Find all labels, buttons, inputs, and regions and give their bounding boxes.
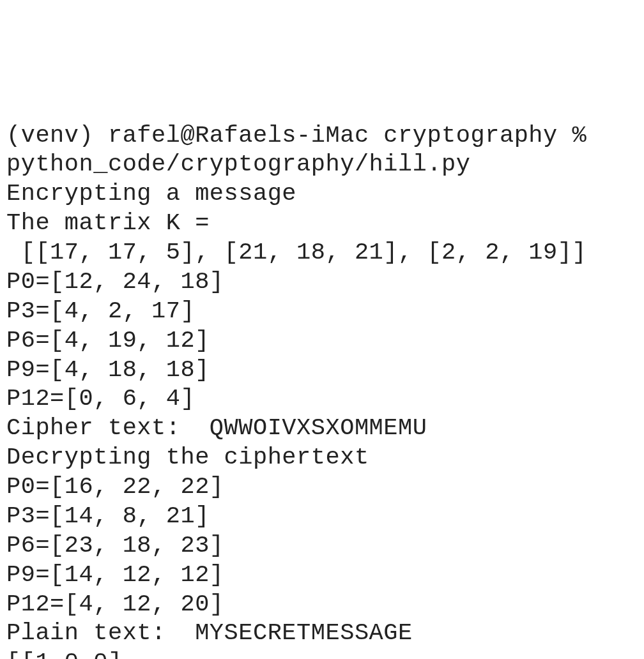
terminal-output-line: P12=[4, 12, 20] [6,590,638,619]
terminal-output-line: P0=[16, 22, 22] [6,473,638,502]
terminal-output-line: P6=[4, 19, 12] [6,326,638,356]
terminal-output-line: Encrypting a message [6,179,638,209]
terminal-output-line: [[17, 17, 5], [21, 18, 21], [2, 2, 19]] [6,238,638,268]
terminal-output-line: P12=[0, 6, 4] [6,384,638,414]
terminal-output-line: P9=[4, 18, 18] [6,356,638,385]
terminal-prompt-line[interactable]: (venv) rafel@Rafaels-iMac cryptography % [6,121,638,151]
terminal-output-line: The matrix K = [6,209,638,238]
terminal-output-line: P6=[23, 18, 23] [6,531,638,561]
terminal-output-line: [[1 0 0] [6,648,638,659]
terminal-output-line: Plain text: MYSECRETMESSAGE [6,619,638,648]
terminal-output-line: python_code/cryptography/hill.py [6,150,638,179]
terminal-output-line: P3=[4, 2, 17] [6,297,638,326]
terminal-output-line: Decrypting the ciphertext [6,443,638,473]
terminal-output-line: P0=[12, 24, 18] [6,268,638,297]
terminal-output-line: P9=[14, 12, 12] [6,561,638,590]
terminal-output-line: P3=[14, 8, 21] [6,502,638,531]
terminal-output-line: Cipher text: QWWOIVXSXOMMEMU [6,414,638,443]
